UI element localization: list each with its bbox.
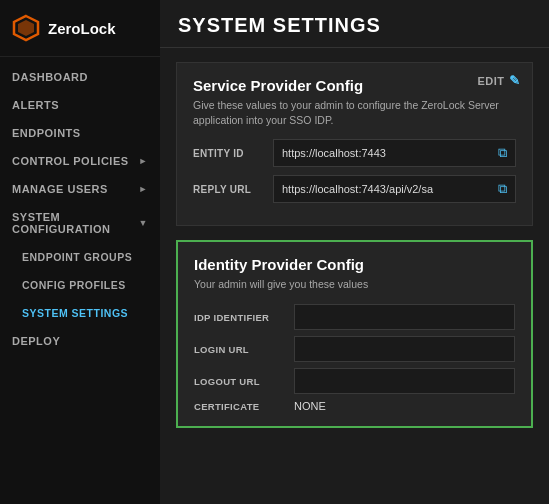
- copy-reply-url-icon[interactable]: ⧉: [498, 181, 507, 197]
- sidebar: ZeroLock DASHBOARD ALERTS ENDPOINTS CONT…: [0, 0, 160, 504]
- reply-url-value: https://localhost:7443/api/v2/sa ⧉: [273, 175, 516, 203]
- pencil-icon: ✎: [509, 73, 521, 88]
- sidebar-item-control-policies[interactable]: CONTROL POLICIES ►: [0, 147, 160, 175]
- page-header: SYSTEM SETTINGS: [160, 0, 549, 48]
- login-url-input[interactable]: [294, 336, 515, 362]
- sidebar-item-alerts[interactable]: ALERTS: [0, 91, 160, 119]
- idp-identifier-label: IDP IDENTIFIER: [194, 312, 284, 323]
- sidebar-item-deploy[interactable]: DEPLOY: [0, 327, 160, 355]
- certificate-value: NONE: [294, 400, 326, 412]
- service-provider-card: EDIT ✎ Service Provider Config Give thes…: [176, 62, 533, 226]
- identity-provider-title: Identity Provider Config: [194, 256, 515, 273]
- logo: ZeroLock: [0, 0, 160, 57]
- edit-button[interactable]: EDIT ✎: [477, 73, 520, 88]
- service-provider-title: Service Provider Config: [193, 77, 516, 94]
- page-title: SYSTEM SETTINGS: [178, 14, 381, 36]
- identity-provider-card: Identity Provider Config Your admin will…: [176, 240, 533, 428]
- logout-url-row: LOGOUT URL: [194, 368, 515, 394]
- main-content: SYSTEM SETTINGS EDIT ✎ Service Provider …: [160, 0, 549, 504]
- copy-entity-id-icon[interactable]: ⧉: [498, 145, 507, 161]
- svg-marker-1: [18, 20, 34, 36]
- reply-url-label: REPLY URL: [193, 184, 263, 195]
- reply-url-row: REPLY URL https://localhost:7443/api/v2/…: [193, 175, 516, 203]
- certificate-row: CERTIFICATE NONE: [194, 400, 515, 412]
- chevron-right-icon: ►: [139, 156, 148, 166]
- entity-id-value: https://localhost:7443 ⧉: [273, 139, 516, 167]
- certificate-label: CERTIFICATE: [194, 401, 284, 412]
- login-url-label: LOGIN URL: [194, 344, 284, 355]
- entity-id-row: ENTITY ID https://localhost:7443 ⧉: [193, 139, 516, 167]
- sidebar-navigation: DASHBOARD ALERTS ENDPOINTS CONTROL POLIC…: [0, 57, 160, 355]
- logo-text: ZeroLock: [48, 20, 116, 37]
- idp-identifier-row: IDP IDENTIFIER: [194, 304, 515, 330]
- service-provider-subtitle: Give these values to your admin to confi…: [193, 98, 516, 127]
- chevron-right-icon: ►: [139, 184, 148, 194]
- idp-identifier-input[interactable]: [294, 304, 515, 330]
- sidebar-item-config-profiles[interactable]: CONFIG PROFILES: [0, 271, 160, 299]
- zerolock-logo-icon: [12, 14, 40, 42]
- sidebar-item-system-settings[interactable]: SYSTEM SETTINGS: [0, 299, 160, 327]
- logout-url-label: LOGOUT URL: [194, 376, 284, 387]
- sidebar-item-dashboard[interactable]: DASHBOARD: [0, 63, 160, 91]
- sidebar-item-endpoint-groups[interactable]: ENDPOINT GROUPS: [0, 243, 160, 271]
- chevron-down-icon: ▼: [139, 218, 148, 228]
- logout-url-input[interactable]: [294, 368, 515, 394]
- sidebar-item-system-configuration[interactable]: SYSTEM CONFIGURATION ▼: [0, 203, 160, 243]
- entity-id-label: ENTITY ID: [193, 148, 263, 159]
- identity-provider-subtitle: Your admin will give you these values: [194, 277, 515, 292]
- content-area: EDIT ✎ Service Provider Config Give thes…: [160, 48, 549, 442]
- sidebar-item-manage-users[interactable]: MANAGE USERS ►: [0, 175, 160, 203]
- sidebar-item-endpoints[interactable]: ENDPOINTS: [0, 119, 160, 147]
- login-url-row: LOGIN URL: [194, 336, 515, 362]
